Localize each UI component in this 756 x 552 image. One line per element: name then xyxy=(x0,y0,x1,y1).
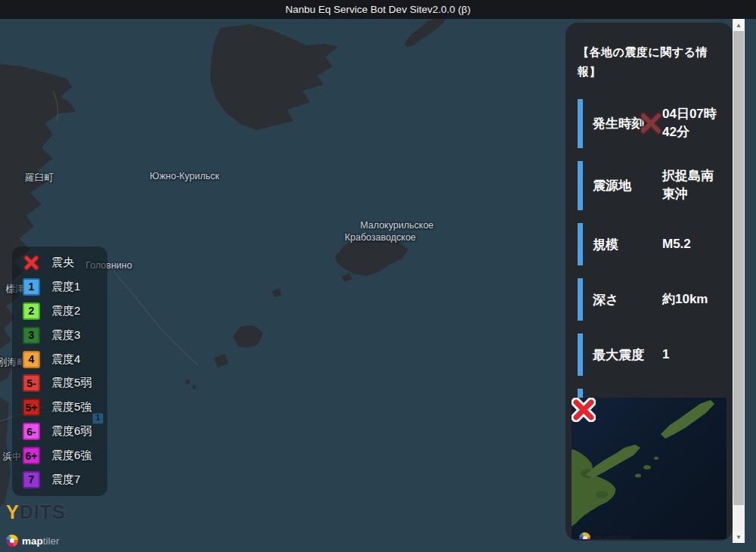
info-row-label: 震源地 xyxy=(593,177,662,194)
legend-item: 2 震度2 xyxy=(23,301,107,321)
legend-item: 1 震度1 xyxy=(23,277,107,297)
maptiler-logo-icon xyxy=(579,532,590,539)
epicenter-x-icon xyxy=(23,254,40,271)
maptiler-word: maptiler xyxy=(594,533,631,540)
map-place-label: Малокурильское xyxy=(360,220,433,231)
app-title-bar: Nanbu Eq Service Bot Dev Sitev2.0.0 (β) xyxy=(0,0,756,19)
info-row-value: 択捉島南東沖 xyxy=(662,167,720,204)
legend-item-label: 震度1 xyxy=(51,280,80,294)
legend-item-label: 震度7 xyxy=(51,473,80,487)
ydits-logo-y: Y xyxy=(6,501,20,523)
panel-scrollbar[interactable]: ▲ ▼ xyxy=(733,19,745,543)
info-row: 最大震度 1 xyxy=(578,333,720,376)
legend-item: 5- 震度5弱 xyxy=(23,373,107,393)
epicenter-minimap: maptiler xyxy=(572,398,727,539)
maptiler-attribution[interactable]: maptiler xyxy=(6,534,60,547)
legend-item: 7 震度7 xyxy=(23,470,107,490)
map-epicenter-x-icon xyxy=(638,110,664,136)
legend-item: 3 震度3 xyxy=(23,325,107,346)
legend-item-label: 震央 xyxy=(51,256,74,270)
intensity-color-box: 6+ xyxy=(23,447,40,464)
legend-item-label: 震度4 xyxy=(51,352,80,367)
info-row: 深さ 約10km xyxy=(578,278,720,321)
info-row: 震源地 択捉島南東沖 xyxy=(578,161,720,210)
legend-item-label: 震度3 xyxy=(51,328,80,343)
legend-item-label: 震度5弱 xyxy=(51,376,91,390)
intensity-color-box: 3 xyxy=(23,327,40,344)
app-title: Nanbu Eq Service Bot Dev Sitev2.0.0 (β) xyxy=(286,4,471,15)
scrollbar-thumb[interactable] xyxy=(733,31,744,505)
info-row-label: 規模 xyxy=(593,236,662,253)
legend-item-label: 震度5強 xyxy=(51,400,91,414)
info-row-label: 深さ xyxy=(593,291,662,309)
intensity-color-box: 7 xyxy=(23,471,40,488)
info-row-value: 04日07時42分 xyxy=(662,105,720,142)
legend-item: 震央 xyxy=(23,253,107,273)
earthquake-info-panel: 【各地の震度に関する情報】 発生時刻 04日07時42分 震源地 択捉島南東沖 … xyxy=(565,23,733,541)
legend-item: 5+ 震度5強 xyxy=(23,397,107,417)
intensity-legend: 震央 1 震度1 2 震度2 3 震度3 4 震度4 5- 震度5弱 5+ 震度… xyxy=(12,247,107,496)
info-row-value: 1 xyxy=(662,346,720,364)
map-place-label: Южно-Курильск xyxy=(150,171,219,181)
legend-item-label: 震度2 xyxy=(51,304,80,318)
legend-item: 6- 震度6弱 xyxy=(23,421,107,442)
scrollbar-down-button[interactable]: ▼ xyxy=(733,531,745,543)
minimap-maptiler-attribution: maptiler xyxy=(579,532,631,539)
intensity-color-box: 2 xyxy=(23,302,40,320)
maptiler-word-map: map xyxy=(22,535,43,547)
legend-item: 4 震度4 xyxy=(23,349,107,370)
maptiler-word-tiler: tiler xyxy=(43,535,60,547)
ydits-logo-rest: DITS xyxy=(20,501,66,523)
info-row-value: M5.2 xyxy=(662,235,720,254)
info-row-label: 最大震度 xyxy=(593,346,662,364)
info-row: 規模 M5.2 xyxy=(578,223,720,265)
intensity-color-box: 6- xyxy=(23,423,40,440)
info-row-value: 約10km xyxy=(662,290,720,309)
legend-item: 6+ 震度6強 xyxy=(23,445,107,466)
intensity-color-box: 5+ xyxy=(23,398,40,416)
intensity-color-box: 1 xyxy=(23,278,40,296)
maptiler-logo-icon xyxy=(6,535,18,547)
epicenter-x-icon xyxy=(572,398,596,422)
map-place-label: 羅臼町 xyxy=(25,172,54,185)
legend-item-label: 震度6強 xyxy=(51,448,91,463)
intensity-color-box: 4 xyxy=(23,351,40,368)
map-place-label: Крабозаводское xyxy=(345,232,416,243)
scrollbar-up-button[interactable]: ▲ xyxy=(733,19,745,31)
panel-title: 【各地の震度に関する情報】 xyxy=(578,42,720,82)
intensity-color-box: 5- xyxy=(23,374,40,392)
legend-item-label: 震度6弱 xyxy=(51,424,91,439)
ydits-logo: YDITS xyxy=(6,501,66,523)
